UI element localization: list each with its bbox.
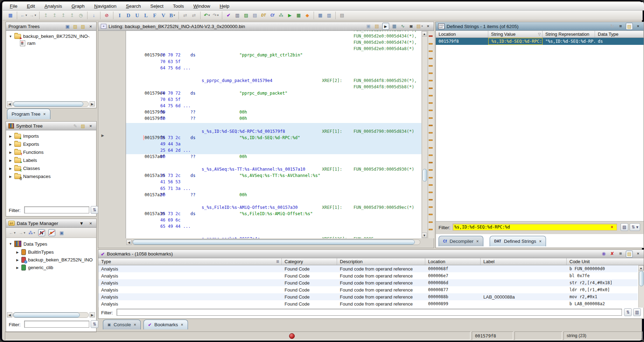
expand-arrow-icon[interactable]: ▶ [9,143,12,146]
listing-code-line[interactable]: 001579e470 70 72ds"pprpc_dump_packet" [126,90,421,96]
table-row[interactable]: AnalysisFound CodeFound code from operan… [98,265,638,272]
navigation-marker[interactable] [429,65,433,67]
filter-options-icon[interactable]: ⇅ ▾ [630,223,640,231]
bookmark-filter-icon[interactable]: ◉ [601,251,607,257]
dropdown-caret-icon[interactable]: ▾ [26,12,27,19]
table-row[interactable]: AnalysisFound CodeFound code from operan… [98,293,638,300]
listing-line[interactable]: 70 63 5f [126,96,421,103]
expand-arrow-icon[interactable]: ▶ [9,135,12,138]
expand-arrow-icon[interactable]: ▶ [9,175,12,178]
out-references-2-button[interactable]: ↥ [51,12,58,19]
listing-line[interactable]: 46 69 6c [126,217,421,223]
dtm-forward-button[interactable]: →▾ [19,230,25,236]
byte-viewer-button[interactable]: ▥ [234,12,240,19]
navigation-marker[interactable] [429,214,433,215]
navigation-marker[interactable] [429,102,433,104]
navigation-marker[interactable] [429,162,433,163]
program-trees-header[interactable]: Program Trees ▣▨▨× [6,22,96,31]
expand-arrow-icon[interactable]: ▶ [16,251,19,254]
open-folder-icon[interactable]: ▨ [72,23,78,29]
listing-code-line[interactable]: 00157a0f00??00h [126,153,421,160]
table-row[interactable]: AnalysisFound CodeFound code from operan… [98,300,638,307]
navigation-marker[interactable] [429,192,433,193]
navigation-marker[interactable] [429,139,433,141]
menu-window[interactable]: Window [194,4,210,9]
script-manager-button[interactable]: ▶ [287,12,293,19]
tab-program-tree[interactable]: Program Tree × [7,109,50,119]
bookmarks-filter-input[interactable] [117,309,622,316]
menu-navigation[interactable]: Navigation [94,4,117,9]
navigation-marker[interactable] [429,177,433,178]
program-tree-item-ram[interactable]: ram [20,40,35,46]
edit-pencil-icon[interactable]: ✎ [72,123,78,129]
validate-button[interactable]: ✔ [225,12,232,19]
listing-code-line[interactable]: 001579f600??00h [126,109,421,115]
tab-console[interactable]: ▣Console× [103,320,141,329]
undo-button[interactable]: ↶▾ [204,12,210,19]
tab-bookmarks[interactable]: ✔Bookmarks× [144,320,188,329]
listing-line[interactable]: 64 75 6d ... [126,65,421,71]
data-type-archive-builtintypes[interactable]: ▶BuiltInTypes [16,249,54,255]
expand-arrow-icon[interactable]: ▶ [16,266,19,269]
scroll-up-button[interactable]: ▲ [422,31,427,36]
redo-button[interactable]: ↷▾ [212,12,219,19]
navigation-marker-bar[interactable] [428,31,434,238]
listing-code-line[interactable]: 001579f825 73 2cds"%s,ID:%d-SEQ:%d-RPC:%… [126,135,421,141]
close-icon[interactable]: × [43,112,46,117]
scroll-down-button[interactable]: ▼ [422,233,427,238]
close-icon[interactable]: × [134,322,136,327]
table-row[interactable]: AnalysisFound CodeFound code from operan… [98,272,638,279]
data-type-manager-button[interactable]: DT [260,12,267,19]
filter-options-icon[interactable]: ⇅ [91,206,98,214]
menu-icon[interactable]: ≡ [617,251,624,257]
clipboard-button[interactable]: ▤ [339,12,345,19]
data-type-archive-backup_beken_bk7252n_ino-a10n[interactable]: ▶✓backup_beken_BK7252N_INO-A10N [16,257,93,263]
data-type-archive-generic_clib[interactable]: ▶generic_clib [16,265,53,271]
dtm-hscrollbar[interactable] [13,312,89,318]
dropdown-caret-icon[interactable]: ▾ [24,231,25,234]
table-row[interactable]: AnalysisFound CodeFound code from operan… [98,286,638,293]
table-view-button[interactable]: ▦ [317,12,323,19]
swap-next-button[interactable]: ⇄ [191,12,197,19]
listing-line[interactable] [126,230,421,236]
scroll-up-button[interactable]: ▲ [638,265,644,271]
panel-menu-caret-icon[interactable]: ▼ [78,220,85,226]
expand-arrow-icon[interactable]: ▶ [16,258,19,262]
out-references-4-button[interactable]: ↥ [69,12,75,19]
dtm-back-button[interactable]: ←▾ [9,230,15,236]
listing-line[interactable]: 41 56 53 [126,179,421,185]
sidebar-item-labels[interactable]: ▶●Labels [9,158,37,163]
navigation-marker[interactable] [429,110,433,111]
swap-prev-button[interactable]: ⇄ [182,12,188,19]
out-references-1-button[interactable]: ↥ [43,12,49,19]
field-display-icon[interactable]: ▤▾ [416,23,423,29]
memory-map-button[interactable]: ▤ [252,12,258,19]
scroll-left-button[interactable]: ◀ [7,101,12,107]
symbol-tree-header[interactable]: Symbol Tree ✎▨× [6,122,96,130]
listing-line[interactable]: 49 44 3a [126,141,421,147]
dtm-preview-button[interactable]: ▣ [58,230,65,236]
listing-hscrollbar[interactable] [132,239,420,245]
menu-select[interactable]: Select [150,4,163,9]
listing-line[interactable] [126,122,421,128]
defined-strings-column-header[interactable]: Location String Value ▽ String Represent… [436,31,644,38]
navigation-marker[interactable] [429,169,433,171]
navigation-marker[interactable] [429,199,433,200]
clear-filter-icon[interactable]: × [611,225,613,230]
listing-code-line[interactable]: 001579f700??00h [126,115,421,122]
decompiler-button[interactable]: Cf [269,12,275,19]
tool-l-button[interactable]: L [143,12,149,19]
refresh-icon[interactable]: ↻ [609,23,615,29]
data-type-manager-header[interactable]: DT Data Type Manager ▼× [6,219,96,228]
dropdown-caret-icon[interactable]: ▾ [174,12,175,19]
navigation-marker[interactable] [429,50,433,52]
bookmarks-header[interactable]: ✔ Bookmarks - (1058 bookmarks) ◉✘≡▨× [98,250,644,258]
navigation-marker[interactable] [429,221,433,223]
tool-d-button[interactable]: D [125,12,132,19]
tool-u-button[interactable]: U [134,12,140,19]
sidebar-item-exports[interactable]: ▶Exports [9,142,39,147]
navigation-marker[interactable] [429,132,433,134]
expand-arrow-icon[interactable]: ▶ [9,167,12,170]
snapshot-icon[interactable]: ▨ [80,123,86,129]
defined-strings-selected-row[interactable]: 001579f8 %s,ID:%d-SEQ:%d-RPC:%d "%s,ID:%… [436,38,644,45]
